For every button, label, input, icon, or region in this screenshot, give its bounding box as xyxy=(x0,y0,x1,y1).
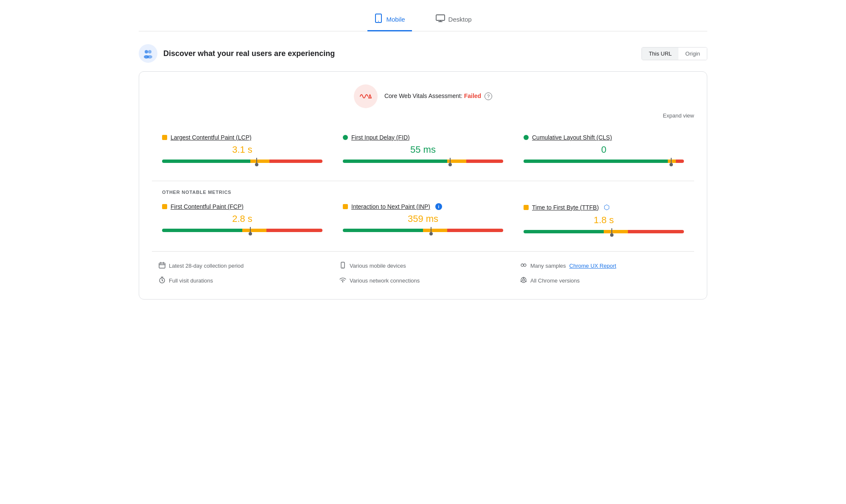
expand-view[interactable]: Expand view xyxy=(152,112,694,119)
tab-mobile-label: Mobile xyxy=(386,16,405,23)
timer-icon xyxy=(159,277,165,285)
metric-item-ttfb: Time to First Byte (TTFB) ⬡ 1.8 s xyxy=(513,196,694,243)
assessment-title-prefix: Core Web Vitals Assessment: xyxy=(384,92,464,99)
metric-item-lcp: Largest Contentful Paint (LCP) 3.1 s xyxy=(152,127,333,172)
progress-bar-fid xyxy=(343,160,503,163)
tab-desktop[interactable]: Desktop xyxy=(429,8,479,31)
progress-bar-track-fcp xyxy=(162,229,322,232)
info-icon-inp[interactable]: i xyxy=(435,203,442,210)
metric-name-cls[interactable]: Cumulative Layout Shift (CLS) xyxy=(532,134,612,141)
bar-red-fcp xyxy=(266,229,322,232)
footer-item-1: Various mobile devices xyxy=(333,260,513,272)
metric-item-fcp: First Contentful Paint (FCP) 2.8 s xyxy=(152,196,333,243)
footer-item-0: Latest 28-day collection period xyxy=(152,260,333,272)
bar-orange-cls xyxy=(668,160,676,163)
bar-orange-inp xyxy=(423,229,447,232)
assessment-title: Core Web Vitals Assessment: Failed ? xyxy=(384,92,492,100)
metric-value-lcp: 3.1 s xyxy=(162,144,322,155)
metric-item-fid: First Input Delay (FID) 55 ms xyxy=(333,127,513,172)
metric-dot-fcp xyxy=(162,204,167,209)
crux-avatar xyxy=(139,44,157,63)
footer-item-2: Many samples Chrome UX Report xyxy=(513,260,694,272)
metric-label-lcp: Largest Contentful Paint (LCP) xyxy=(162,134,322,141)
metric-item-inp: Interaction to Next Paint (INP) i 359 ms xyxy=(333,196,513,243)
bar-orange-fcp xyxy=(242,229,266,232)
this-url-button[interactable]: This URL xyxy=(642,48,678,60)
metric-dot-lcp xyxy=(162,135,167,140)
tab-desktop-label: Desktop xyxy=(448,16,472,23)
svg-point-16 xyxy=(523,279,525,281)
svg-rect-8 xyxy=(159,263,165,268)
progress-bar-track-cls xyxy=(524,160,684,163)
svg-point-6 xyxy=(147,55,152,59)
section-title: Discover what your real users are experi… xyxy=(163,49,335,58)
progress-bar-lcp xyxy=(162,160,322,163)
bar-green-fcp xyxy=(162,229,242,232)
tab-mobile[interactable]: Mobile xyxy=(367,8,412,31)
bar-green-inp xyxy=(343,229,423,232)
metric-name-lcp[interactable]: Largest Contentful Paint (LCP) xyxy=(171,134,252,141)
url-origin-toggle: This URL Origin xyxy=(642,47,707,60)
bar-red-fid xyxy=(466,160,503,163)
svg-point-1 xyxy=(378,21,379,22)
mobile-devices-icon xyxy=(339,262,346,270)
bar-red-lcp xyxy=(269,160,322,163)
metric-value-cls: 0 xyxy=(524,144,684,155)
metric-name-inp[interactable]: Interaction to Next Paint (INP) xyxy=(351,203,430,210)
metric-dot-ttfb xyxy=(524,205,529,210)
footer-item-4: Various network connections xyxy=(333,275,513,286)
metric-value-inp: 359 ms xyxy=(343,213,503,224)
metric-value-fcp: 2.8 s xyxy=(162,213,322,224)
progress-bar-ttfb xyxy=(524,230,684,233)
metric-item-cls: Cumulative Layout Shift (CLS) 0 xyxy=(513,127,694,172)
progress-bar-track-ttfb xyxy=(524,230,684,233)
footer-item-5: All Chrome versions xyxy=(513,275,694,286)
bar-red-inp xyxy=(447,229,503,232)
other-metrics-grid: First Contentful Paint (FCP) 2.8 s Inter… xyxy=(152,196,694,243)
help-icon[interactable]: ? xyxy=(485,92,492,100)
metric-label-ttfb: Time to First Byte (TTFB) ⬡ xyxy=(524,203,684,211)
calendar-icon xyxy=(159,262,165,270)
tab-bar: Mobile Desktop xyxy=(139,8,707,31)
bar-green-lcp xyxy=(162,160,250,163)
assessment-header: Core Web Vitals Assessment: Failed ? xyxy=(152,84,694,108)
samples-icon xyxy=(520,262,527,270)
progress-bar-track-lcp xyxy=(162,160,322,163)
bar-green-ttfb xyxy=(524,230,604,233)
progress-marker-lcp xyxy=(256,158,257,165)
card-footer: Latest 28-day collection period Various … xyxy=(152,251,694,286)
svg-point-4 xyxy=(148,50,151,53)
svg-marker-7 xyxy=(369,95,371,98)
metric-label-fcp: First Contentful Paint (FCP) xyxy=(162,203,322,210)
progress-marker-fid xyxy=(450,158,451,165)
progress-marker-cls xyxy=(671,158,672,165)
metric-value-fid: 55 ms xyxy=(343,144,503,155)
metric-name-ttfb[interactable]: Time to First Byte (TTFB) xyxy=(532,204,599,211)
metric-dot-inp xyxy=(343,204,348,209)
metric-label-inp: Interaction to Next Paint (INP) i xyxy=(343,203,503,210)
lab-icon-ttfb[interactable]: ⬡ xyxy=(604,203,610,211)
svg-point-10 xyxy=(342,267,343,268)
metric-value-ttfb: 1.8 s xyxy=(524,215,684,226)
progress-bar-cls xyxy=(524,160,684,163)
origin-button[interactable]: Origin xyxy=(678,48,707,60)
progress-marker-inp xyxy=(431,227,431,234)
metric-dot-cls xyxy=(524,135,529,140)
progress-marker-fcp xyxy=(250,227,251,234)
bar-green-cls xyxy=(524,160,668,163)
metric-name-fid[interactable]: First Input Delay (FID) xyxy=(351,134,410,141)
progress-bar-fcp xyxy=(162,229,322,232)
footer-text-0: Latest 28-day collection period xyxy=(169,263,244,269)
footer-text-1: Various mobile devices xyxy=(350,263,406,269)
metric-name-fcp[interactable]: First Contentful Paint (FCP) xyxy=(171,203,244,210)
metric-label-fid: First Input Delay (FID) xyxy=(343,134,503,141)
metric-label-cls: Cumulative Layout Shift (CLS) xyxy=(524,134,684,141)
svg-point-12 xyxy=(524,264,526,266)
svg-point-11 xyxy=(521,264,524,266)
svg-point-14 xyxy=(342,282,343,283)
footer-link-2[interactable]: Chrome UX Report xyxy=(569,263,616,269)
section-header: Discover what your real users are experi… xyxy=(139,44,707,63)
core-metrics-grid: Largest Contentful Paint (LCP) 3.1 s Fir… xyxy=(152,127,694,172)
network-icon xyxy=(339,277,346,285)
svg-point-3 xyxy=(145,50,148,53)
